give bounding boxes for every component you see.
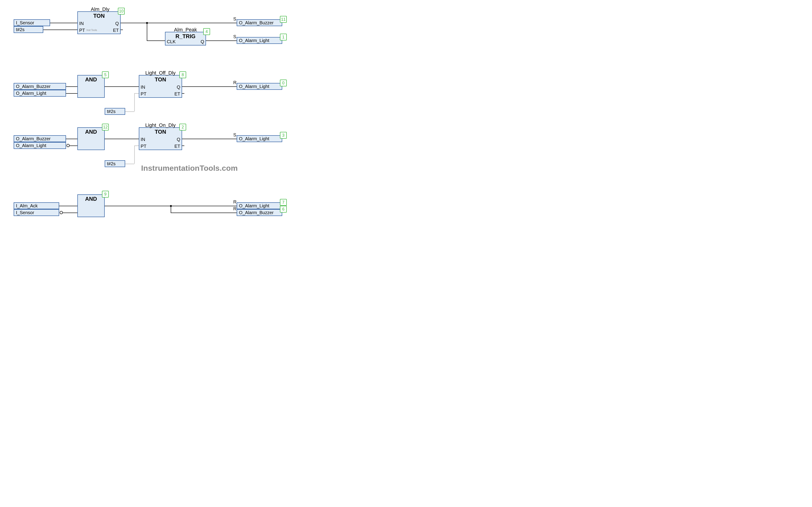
exec-order-badge: 5 bbox=[102, 71, 109, 78]
var-o-alarm-light[interactable]: O_Alarm_Light bbox=[237, 37, 282, 44]
block-rtrig-alm-peak[interactable]: R_TRIG CLK Q bbox=[165, 32, 206, 46]
block-ton-light-off-dly[interactable]: TON IN PT Q ET bbox=[139, 75, 182, 98]
wire bbox=[134, 146, 135, 164]
wire bbox=[50, 23, 78, 23]
block-and-1[interactable]: AND bbox=[78, 75, 105, 98]
wire bbox=[134, 146, 139, 146]
block-and-3[interactable]: AND bbox=[78, 194, 105, 217]
wire bbox=[125, 164, 134, 164]
watermark-big: InstrumentationTools.com bbox=[141, 164, 238, 173]
instance-label: Light_Off_Dly bbox=[141, 70, 180, 76]
wire bbox=[125, 111, 134, 112]
block-type-label: TON bbox=[78, 13, 120, 19]
var-t2s-1[interactable]: t#2s bbox=[14, 26, 43, 33]
wire bbox=[206, 41, 237, 41]
var-o-alarm-light[interactable]: O_Alarm_Light bbox=[237, 83, 282, 90]
wire bbox=[66, 87, 78, 87]
var-o-alarm-buzzer-in[interactable]: O_Alarm_Buzzer bbox=[14, 83, 66, 90]
block-ton-light-on-dly[interactable]: TON IN PT Q ET bbox=[139, 127, 182, 150]
pin-q: Q bbox=[115, 21, 119, 26]
pin-et: ET bbox=[174, 144, 180, 149]
fbd-diagram: I_Sensor t#2s TON IN PT Q ET Alm_Dly 10 … bbox=[5, 5, 357, 225]
pin-tick bbox=[182, 93, 184, 94]
var-o-alarm-light-in[interactable]: O_Alarm_Light bbox=[14, 142, 66, 149]
negation-circle bbox=[66, 144, 70, 147]
block-type-label: R_TRIG bbox=[165, 33, 205, 40]
wire bbox=[59, 206, 78, 206]
pin-pt: PT bbox=[79, 28, 85, 33]
exec-order-badge: 8 bbox=[179, 71, 186, 78]
wire bbox=[147, 23, 237, 23]
pin-pt: PT bbox=[141, 144, 147, 149]
var-o-alarm-light[interactable]: O_Alarm_Light bbox=[237, 135, 282, 142]
wire bbox=[66, 93, 78, 94]
wire bbox=[171, 206, 171, 213]
var-o-alarm-buzzer[interactable]: O_Alarm_Buzzer bbox=[237, 19, 282, 26]
pin-in: IN bbox=[141, 137, 145, 142]
block-type-label: TON bbox=[139, 129, 182, 135]
pin-clk: CLK bbox=[167, 39, 176, 44]
pin-q: Q bbox=[176, 137, 180, 142]
wire bbox=[147, 23, 147, 41]
block-and-2[interactable]: AND bbox=[78, 127, 105, 150]
exec-order-badge: 9 bbox=[102, 191, 109, 198]
block-type-label: AND bbox=[78, 129, 104, 135]
instance-label: Light_On_Dly bbox=[141, 122, 180, 128]
wire bbox=[182, 87, 237, 87]
pin-et: ET bbox=[113, 28, 119, 33]
var-i-sensor[interactable]: I_Sensor bbox=[14, 19, 50, 26]
exec-order-badge: 2 bbox=[179, 124, 186, 130]
pin-in: IN bbox=[79, 21, 84, 26]
var-o-alarm-buzzer[interactable]: O_Alarm_Buzzer bbox=[237, 209, 282, 216]
qualifier-r: R bbox=[233, 80, 237, 85]
var-o-alarm-buzzer-in[interactable]: O_Alarm_Buzzer bbox=[14, 135, 66, 142]
wire bbox=[147, 41, 165, 41]
wire bbox=[120, 23, 147, 23]
pin-q: Q bbox=[201, 39, 204, 44]
pin-q: Q bbox=[176, 84, 180, 90]
wire bbox=[182, 139, 237, 139]
wire bbox=[66, 139, 78, 139]
pin-pt: PT bbox=[141, 92, 147, 97]
pin-in: IN bbox=[141, 84, 145, 90]
qualifier-r: R bbox=[233, 206, 237, 212]
var-o-alarm-light-in[interactable]: O_Alarm_Light bbox=[14, 90, 66, 97]
exec-order-badge: 12 bbox=[102, 124, 109, 130]
exec-order-badge: 0 bbox=[280, 79, 287, 87]
block-ton-alm-dly[interactable]: TON IN PT Q ET bbox=[78, 11, 120, 34]
exec-order-badge: 6 bbox=[280, 206, 287, 213]
pin-tick bbox=[120, 30, 123, 30]
negation-circle bbox=[60, 211, 63, 214]
var-t2s-2[interactable]: t#2s bbox=[105, 108, 125, 115]
wire bbox=[171, 213, 237, 213]
wire bbox=[105, 206, 171, 206]
exec-order-badge: 11 bbox=[280, 16, 287, 23]
pin-et: ET bbox=[174, 92, 180, 97]
qualifier-r: R bbox=[233, 200, 237, 205]
wire bbox=[62, 213, 78, 213]
qualifier-s: S bbox=[233, 16, 236, 21]
instance-label: Alm_Peak bbox=[169, 27, 201, 33]
wire bbox=[43, 30, 78, 30]
wire bbox=[69, 146, 78, 146]
qualifier-s: S bbox=[233, 132, 236, 137]
wire bbox=[134, 93, 135, 111]
exec-order-badge: 4 bbox=[203, 28, 210, 35]
wire bbox=[171, 206, 237, 206]
block-type-label: TON bbox=[139, 76, 182, 83]
instance-label: Alm_Dly bbox=[87, 6, 114, 12]
wire bbox=[134, 93, 139, 94]
qualifier-s: S bbox=[233, 34, 236, 39]
var-i-alm-ack[interactable]: I_Alm_Ack bbox=[14, 202, 59, 209]
block-type-label: AND bbox=[78, 76, 104, 83]
exec-order-badge: 10 bbox=[118, 8, 125, 14]
exec-order-badge: 3 bbox=[280, 132, 287, 139]
wire bbox=[105, 87, 139, 87]
var-o-alarm-light[interactable]: O_Alarm_Light bbox=[237, 202, 282, 209]
var-t2s-3[interactable]: t#2s bbox=[105, 160, 125, 167]
block-type-label: AND bbox=[78, 196, 104, 202]
pin-tick bbox=[182, 146, 184, 146]
exec-order-badge: 1 bbox=[280, 34, 287, 41]
wire bbox=[105, 139, 139, 139]
var-i-sensor[interactable]: I_Sensor bbox=[14, 209, 59, 216]
